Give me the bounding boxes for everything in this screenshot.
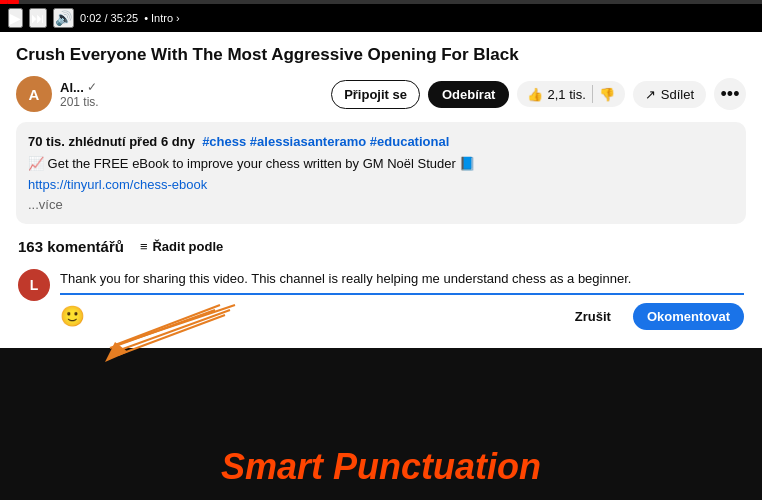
smart-punctuation-label: Smart Punctuation (221, 446, 541, 488)
channel-row: A Al... ✓ 201 tis. Připojit se Odebírat … (16, 76, 746, 112)
cancel-button[interactable]: Zrušit (561, 303, 625, 330)
time-display: 0:02 / 35:25 (80, 12, 138, 24)
subscriber-count: 201 tis. (60, 95, 99, 109)
desc-more[interactable]: ...více (28, 197, 63, 212)
like-button[interactable]: 👍 2,1 tis. (527, 87, 585, 102)
thumbs-up-icon: 👍 (527, 87, 543, 102)
play-button[interactable]: ▶ (8, 8, 23, 28)
user-avatar: L (18, 269, 50, 301)
comment-input-wrapper: Thank you for sharing this video. This c… (60, 269, 744, 330)
like-divider (592, 85, 593, 103)
more-options-button[interactable]: ••• (714, 78, 746, 110)
subscribe-button[interactable]: Odebírat (428, 81, 509, 108)
description-box[interactable]: 70 tis. zhlédnutí před 6 dny #chess #ale… (16, 122, 746, 224)
volume-button[interactable]: 🔊 (53, 8, 74, 28)
channel-info: Al... ✓ 201 tis. (60, 80, 99, 109)
submit-comment-button[interactable]: Okomentovat (633, 303, 744, 330)
like-dislike-container: 👍 2,1 tis. 👎 (517, 81, 624, 107)
video-controls-bar: ▶ ⏭ 🔊 0:02 / 35:25 • Intro › (0, 4, 762, 32)
share-button[interactable]: ↗ Sdílet (633, 81, 706, 108)
comment-actions-row: 🙂 Zrušit Okomentovat (60, 303, 744, 330)
emoji-button[interactable]: 🙂 (60, 304, 85, 328)
join-button[interactable]: Připojit se (331, 80, 420, 109)
desc-link[interactable]: https://tinyurl.com/chess-ebook (28, 175, 734, 195)
comments-header: 163 komentářů ≡ Řadit podle (16, 238, 746, 255)
comments-count: 163 komentářů (18, 238, 124, 255)
desc-body: 📈 Get the FREE eBook to improve your che… (28, 154, 734, 174)
next-button[interactable]: ⏭ (29, 8, 47, 28)
thumbs-down-icon: 👎 (599, 87, 615, 102)
like-count: 2,1 tis. (547, 87, 585, 102)
sort-icon: ≡ (140, 239, 148, 254)
share-icon: ↗ (645, 87, 656, 102)
dislike-button[interactable]: 👎 (599, 87, 615, 102)
sort-button[interactable]: ≡ Řadit podle (140, 239, 223, 254)
channel-avatar[interactable]: A (16, 76, 52, 112)
verified-icon: ✓ (87, 80, 97, 94)
video-title: Crush Everyone With The Most Aggressive … (16, 44, 746, 66)
comment-buttons: Zrušit Okomentovat (561, 303, 744, 330)
comment-text: Thank you for sharing this video. This c… (60, 269, 744, 295)
comment-input-row: L Thank you for sharing this video. This… (16, 269, 746, 330)
channel-name[interactable]: Al... (60, 80, 84, 95)
chapter-label: • Intro › (144, 12, 180, 24)
desc-meta: 70 tis. zhlédnutí před 6 dny #chess #ale… (28, 132, 734, 152)
